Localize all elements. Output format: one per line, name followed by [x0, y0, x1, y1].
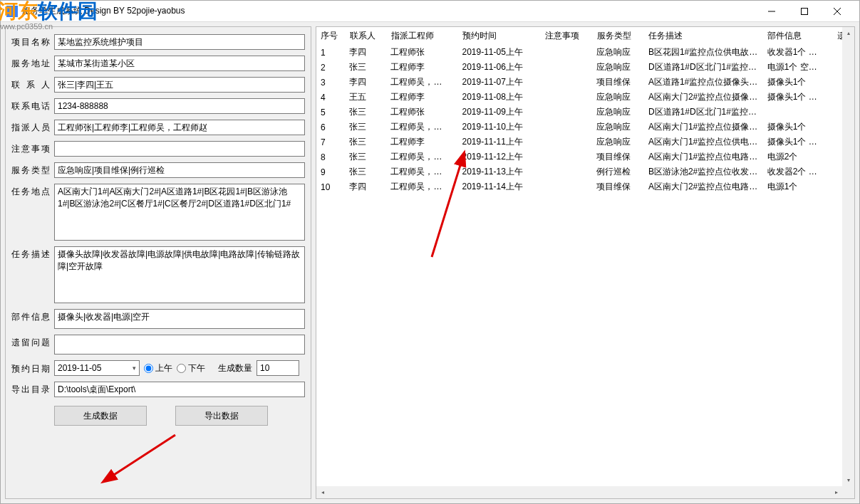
- address-label: 服务地址: [11, 56, 50, 70]
- table-cell: D区道路1#D区北门1#监控点…: [644, 60, 763, 75]
- table-cell: A区南大门1#监控点位摄像头…: [644, 120, 763, 135]
- qty-input[interactable]: [257, 360, 299, 376]
- issues-textarea[interactable]: [54, 335, 305, 355]
- table-cell: 8: [316, 149, 345, 164]
- table-cell: 电源2个: [763, 149, 833, 164]
- col-part[interactable]: 部件信息: [763, 27, 833, 45]
- location-label: 任务地点: [11, 184, 50, 198]
- address-input[interactable]: [54, 56, 305, 71]
- table-row[interactable]: 9张三工程师吴，…2019-11-13上午例行巡检B区游泳池2#监控点位收发器……: [316, 164, 854, 179]
- partinfo-textarea[interactable]: 摄像头|收发器|电源|空开: [54, 309, 305, 329]
- phone-input[interactable]: [54, 98, 305, 114]
- appointdate-picker[interactable]: 2019-11-05 ▾: [54, 360, 140, 376]
- notes-label: 注意事项: [11, 141, 50, 155]
- table-cell: 项目维保: [592, 179, 644, 194]
- table-cell: 9: [316, 164, 345, 179]
- table-cell: 王五: [345, 90, 386, 105]
- table-row[interactable]: 3李四工程师吴，…2019-11-07上午项目维保A区道路1#监控点位摄像头故障…: [316, 75, 854, 90]
- table-cell: 摄像头1个: [763, 75, 833, 90]
- table-cell: 张三: [345, 164, 386, 179]
- col-time[interactable]: 预约时间: [457, 27, 540, 45]
- data-table[interactable]: 序号 联系人 指派工程师 预约时间 注意事项 服务类型 任务描述 部件信息 遗 …: [316, 27, 854, 194]
- col-type[interactable]: 服务类型: [592, 27, 644, 45]
- table-cell: 应急响应: [592, 90, 644, 105]
- contact-label: 联 系 人: [11, 77, 50, 91]
- scroll-up-icon[interactable]: ▴: [842, 27, 854, 39]
- table-cell: [541, 135, 593, 149]
- table-header-row: 序号 联系人 指派工程师 预约时间 注意事项 服务类型 任务描述 部件信息 遗: [316, 27, 854, 45]
- table-cell: A区南大门1#监控点位电路故…: [644, 149, 763, 164]
- table-row[interactable]: 5张三工程师张2019-11-09上午应急响应D区道路1#D区北门1#监控点…: [316, 105, 854, 120]
- table-row[interactable]: 7张三工程师李2019-11-11上午应急响应A区南大门1#监控点位供电故…摄像…: [316, 135, 854, 149]
- col-engineer[interactable]: 指派工程师: [386, 27, 457, 45]
- table-cell: 1: [316, 45, 345, 60]
- table-cell: 摄像头1个 …: [763, 90, 833, 105]
- table-cell: 工程师李: [386, 60, 457, 75]
- appointdate-label: 预约日期: [11, 361, 50, 375]
- table-cell: 3: [316, 75, 345, 90]
- table-row[interactable]: 4王五工程师李2019-11-08上午应急响应A区南大门2#监控点位摄像头…摄像…: [316, 90, 854, 105]
- scroll-right-icon[interactable]: ▸: [830, 486, 842, 498]
- table-cell: [541, 179, 593, 194]
- table-cell: 10: [316, 179, 345, 194]
- table-cell: 工程师吴，…: [386, 120, 457, 135]
- col-idx[interactable]: 序号: [316, 27, 345, 45]
- table-cell: [541, 149, 593, 164]
- taskdesc-textarea[interactable]: 摄像头故障|收发器故障|电源故障|供电故障|电路故障|传输链路故障|空开故障: [54, 246, 305, 303]
- minimize-button[interactable]: [755, 1, 788, 21]
- am-radio-option[interactable]: 上午: [144, 362, 172, 374]
- table-cell: 项目维保: [592, 75, 644, 90]
- table-cell: 4: [316, 90, 345, 105]
- table-cell: 李四: [345, 45, 386, 60]
- pm-radio[interactable]: [177, 364, 186, 373]
- table-cell: 5: [316, 105, 345, 120]
- chevron-down-icon: ▾: [133, 364, 136, 372]
- table-cell: [541, 105, 593, 120]
- col-desc[interactable]: 任务描述: [644, 27, 763, 45]
- maximize-button[interactable]: [788, 1, 821, 21]
- contact-input[interactable]: [54, 77, 305, 93]
- exportdir-input[interactable]: [54, 382, 305, 397]
- table-cell: 2019-11-12上午: [457, 149, 540, 164]
- scroll-down-icon[interactable]: ▾: [842, 474, 854, 486]
- scroll-left-icon[interactable]: ◂: [316, 486, 328, 498]
- table-cell: [763, 105, 833, 120]
- servicetype-label: 服务类型: [11, 162, 50, 177]
- notes-input[interactable]: [54, 141, 305, 157]
- table-cell: 7: [316, 135, 345, 149]
- table-row[interactable]: 8张三工程师吴，…2019-11-12上午项目维保A区南大门1#监控点位电路故……: [316, 149, 854, 164]
- col-notes[interactable]: 注意事项: [541, 27, 593, 45]
- table-cell: 李四: [345, 75, 386, 90]
- pm-radio-option[interactable]: 下午: [177, 362, 205, 374]
- table-row[interactable]: 1李四工程师张2019-11-05上午应急响应B区花园1#监控点位供电故障…收发…: [316, 45, 854, 60]
- project-input[interactable]: [54, 34, 305, 50]
- table-cell: D区道路1#D区北门1#监控点…: [644, 105, 763, 120]
- close-button[interactable]: [821, 1, 854, 21]
- app-window: 服务单生成系统 Design BY 52pojie-yaobus 项目名称 服务…: [0, 0, 860, 504]
- table-cell: [541, 60, 593, 75]
- servicetype-input[interactable]: [54, 162, 305, 178]
- form-panel: 项目名称 服务地址 联 系 人 联系电话 指派人员 注意事项: [5, 26, 311, 499]
- am-radio[interactable]: [144, 364, 153, 373]
- table-cell: 李四: [345, 179, 386, 194]
- table-cell: 2019-11-08上午: [457, 90, 540, 105]
- table-row[interactable]: 2张三工程师李2019-11-06上午应急响应D区道路1#D区北门1#监控点…电…: [316, 60, 854, 75]
- col-contact[interactable]: 联系人: [345, 27, 386, 45]
- horizontal-scrollbar[interactable]: ◂ ▸: [316, 486, 842, 498]
- assigned-input[interactable]: [54, 120, 305, 135]
- table-row[interactable]: 6张三工程师吴，…2019-11-10上午应急响应A区南大门1#监控点位摄像头……: [316, 120, 854, 135]
- assigned-label: 指派人员: [11, 120, 50, 134]
- content-area: 项目名称 服务地址 联 系 人 联系电话 指派人员 注意事项: [1, 22, 859, 503]
- project-label: 项目名称: [11, 34, 50, 48]
- table-cell: 应急响应: [592, 45, 644, 60]
- table-cell: 应急响应: [592, 120, 644, 135]
- table-cell: 2019-11-11上午: [457, 135, 540, 149]
- generate-button[interactable]: 生成数据: [54, 406, 147, 426]
- location-textarea[interactable]: A区南大门1#|A区南大门2#|A区道路1#|B区花园1#|B区游泳池1#|B区…: [54, 184, 305, 241]
- app-icon: [6, 6, 18, 17]
- table-cell: 工程师吴，…: [386, 164, 457, 179]
- table-cell: 2019-11-14上午: [457, 179, 540, 194]
- table-row[interactable]: 10李四工程师吴，…2019-11-14上午项目维保A区南大门2#监控点位电路故…: [316, 179, 854, 194]
- export-button[interactable]: 导出数据: [175, 406, 268, 426]
- vertical-scrollbar[interactable]: ▴ ▾: [842, 27, 854, 486]
